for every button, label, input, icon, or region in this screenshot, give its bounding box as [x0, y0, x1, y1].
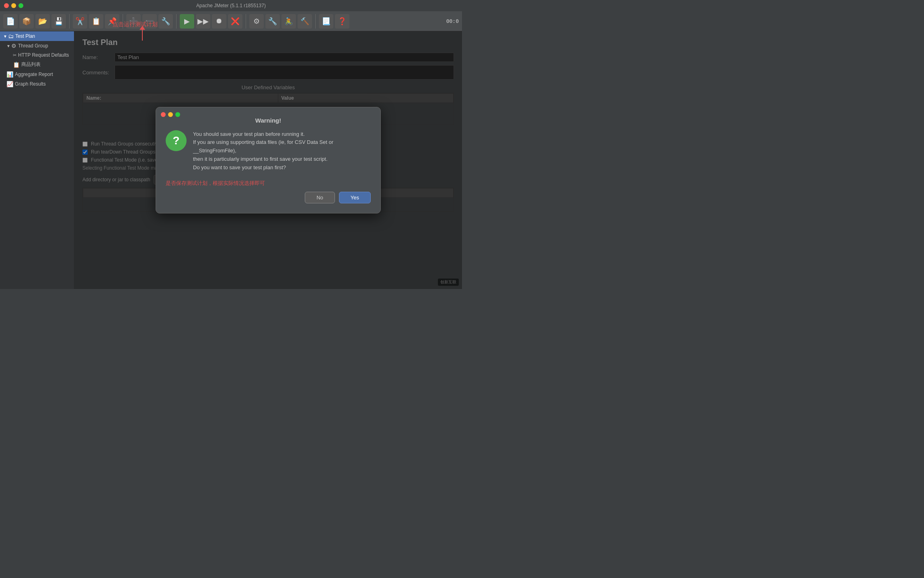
- dialog-title: Warning!: [166, 117, 371, 124]
- maximize-button[interactable]: [18, 3, 23, 8]
- dialog-min-button[interactable]: [168, 112, 173, 117]
- remote-button[interactable]: 🚴: [281, 14, 296, 29]
- minimize-button[interactable]: [11, 3, 16, 8]
- http-defaults-icon: ✂: [13, 53, 16, 58]
- app-title: Apache JMeter (5.1.1 r1855137): [196, 3, 266, 8]
- elapsed-time: 00:0: [446, 18, 459, 24]
- settings-button[interactable]: ⚙: [249, 14, 264, 29]
- dialog-msg-line4: Do you want to save your test plan first…: [193, 164, 286, 170]
- yes-button[interactable]: Yes: [339, 192, 371, 203]
- run-no-pause-button[interactable]: ▶▶: [196, 14, 210, 29]
- thread-group-icon: ⚙: [11, 43, 16, 49]
- sidebar-label-thread-group: Thread Group: [18, 43, 48, 49]
- save-button[interactable]: 💾: [51, 14, 66, 29]
- sidebar-item-test-plan[interactable]: ▼ 🗂 Test Plan: [0, 31, 74, 41]
- shutdown-button[interactable]: ❌: [228, 14, 242, 29]
- dialog-buttons: No Yes: [166, 192, 371, 203]
- functions-button[interactable]: 📃: [319, 14, 333, 29]
- no-button[interactable]: No: [305, 192, 335, 203]
- dialog-message: You should save your test plan before ru…: [193, 130, 371, 172]
- stop-button[interactable]: ⏺: [212, 14, 226, 29]
- help-button[interactable]: ❓: [335, 14, 349, 29]
- open-button[interactable]: 📂: [35, 14, 50, 29]
- sidebar: ▼ 🗂 Test Plan ▼ ⚙ Thread Group ✂ HTTP Re…: [0, 31, 74, 289]
- toggle-button[interactable]: 🔧: [158, 14, 173, 29]
- dialog-window-controls[interactable]: [161, 112, 180, 117]
- cut-button[interactable]: ✂️: [73, 14, 87, 29]
- test-plan-icon: 🗂: [8, 33, 14, 39]
- aggregate-icon: 📊: [6, 71, 13, 78]
- sidebar-item-product-list[interactable]: 📋 商品列表: [0, 59, 74, 70]
- log-button[interactable]: 🔧: [265, 14, 280, 29]
- sep5: [315, 14, 316, 29]
- sidebar-item-thread-group[interactable]: ▼ ⚙ Thread Group: [0, 41, 74, 51]
- dialog-overlay: Warning! ? You should save your test pla…: [74, 31, 462, 289]
- dialog-question-icon: ?: [166, 130, 187, 151]
- tree-arrow-tg: ▼: [6, 44, 10, 48]
- sep3: [176, 14, 177, 29]
- sep2: [123, 14, 123, 29]
- dialog-content: ? You should save your test plan before …: [166, 130, 371, 172]
- warning-dialog: Warning! ? You should save your test pla…: [156, 107, 381, 214]
- content-area: Test Plan Name: Comments: User Defined V…: [74, 31, 462, 289]
- sidebar-label-test-plan: Test Plan: [15, 33, 35, 39]
- sidebar-item-aggregate-report[interactable]: 📊 Aggregate Report: [0, 70, 74, 79]
- sidebar-label-aggregate: Aggregate Report: [15, 72, 53, 77]
- title-bar: Apache JMeter (5.1.1 r1855137): [0, 0, 462, 11]
- dialog-msg-line2: If you are using supporting data files (…: [193, 139, 333, 154]
- sidebar-label-http-defaults: HTTP Request Defaults: [18, 52, 69, 58]
- close-button[interactable]: [4, 3, 9, 8]
- collapse-button[interactable]: ➖: [142, 14, 157, 29]
- tree-arrow: ▼: [3, 34, 7, 39]
- sep4: [246, 14, 246, 29]
- sep1: [69, 14, 70, 29]
- sidebar-label-product-list: 商品列表: [21, 61, 41, 68]
- sidebar-item-http-defaults[interactable]: ✂ HTTP Request Defaults: [0, 51, 74, 59]
- dialog-max-button[interactable]: [175, 112, 180, 117]
- sidebar-item-graph-results[interactable]: 📈 Graph Results: [0, 79, 74, 89]
- dialog-msg-line1: You should save your test plan before ru…: [193, 131, 305, 137]
- product-list-icon: 📋: [13, 61, 20, 68]
- remote2-button[interactable]: 🔨: [298, 14, 312, 29]
- paste-button[interactable]: 📌: [105, 14, 119, 29]
- dialog-close-button[interactable]: [161, 112, 166, 117]
- graph-icon: 📈: [6, 81, 13, 87]
- run-button[interactable]: ▶: [180, 14, 194, 29]
- dialog-msg-line3: then it is particularly important to fir…: [193, 156, 328, 162]
- copy-button[interactable]: 📋: [89, 14, 103, 29]
- templates-button[interactable]: 📦: [19, 14, 34, 29]
- expand-button[interactable]: ➕: [126, 14, 141, 29]
- main-layout: ▼ 🗂 Test Plan ▼ ⚙ Thread Group ✂ HTTP Re…: [0, 31, 462, 289]
- dialog-annotation: 是否保存测试计划，根据实际情况选择即可: [166, 180, 371, 187]
- new-button[interactable]: 📄: [3, 14, 18, 29]
- window-controls[interactable]: [4, 3, 23, 8]
- sidebar-label-graph: Graph Results: [15, 81, 46, 87]
- toolbar: 📄 📦 📂 💾 ✂️ 📋 📌 ➕ ➖ 🔧 ▶ ▶▶ ⏺ ❌ ⚙ 🔧 🚴 🔨 📃 …: [0, 11, 462, 31]
